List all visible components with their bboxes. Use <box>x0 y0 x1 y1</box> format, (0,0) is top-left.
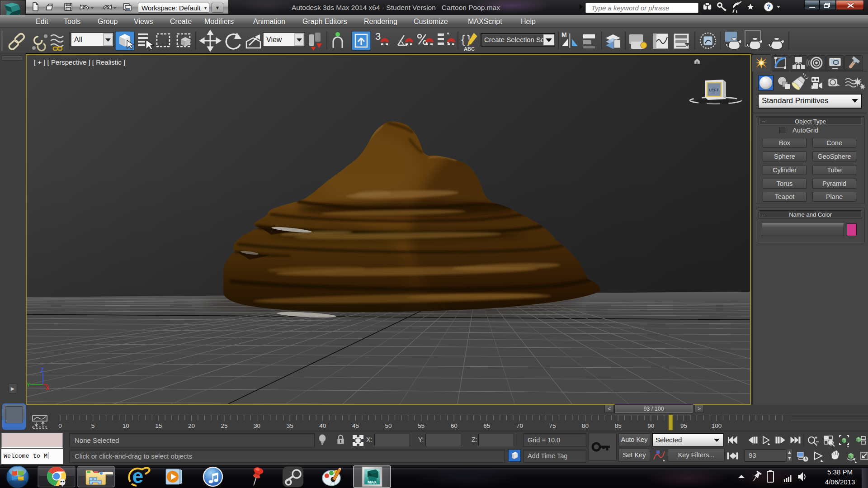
svg-text:100: 100 <box>712 422 722 429</box>
svg-text:35: 35 <box>287 422 293 429</box>
svg-text:70: 70 <box>516 422 523 429</box>
svg-text:90: 90 <box>647 422 654 429</box>
svg-text:55: 55 <box>418 422 425 429</box>
svg-text:50: 50 <box>385 422 392 429</box>
svg-text:15: 15 <box>155 422 162 429</box>
svg-text:40: 40 <box>319 422 326 429</box>
svg-text:MAX: MAX <box>368 480 377 484</box>
svg-text:0: 0 <box>58 422 62 429</box>
svg-text:80: 80 <box>582 422 589 429</box>
svg-text:{: { <box>461 33 465 46</box>
svg-text:Y: Y <box>27 382 30 388</box>
svg-text:60: 60 <box>451 422 458 429</box>
svg-text:95: 95 <box>680 422 687 429</box>
svg-text:M: M <box>561 31 567 38</box>
svg-text:All: All <box>74 36 82 43</box>
svg-text:5: 5 <box>91 422 95 429</box>
svg-text:ABC: ABC <box>464 46 475 52</box>
svg-text:Z: Z <box>41 367 44 373</box>
svg-text:20: 20 <box>188 422 195 429</box>
svg-text:45: 45 <box>352 422 359 429</box>
svg-text:85: 85 <box>615 422 622 429</box>
svg-text:View: View <box>266 36 282 43</box>
svg-text:75: 75 <box>549 422 556 429</box>
svg-text:[ + ] [ Perspective ] [ Realis: [ + ] [ Perspective ] [ Realistic ] <box>34 58 125 66</box>
svg-text:X: X <box>46 385 49 391</box>
svg-text:Create Selection Se: Create Selection Se <box>484 36 544 43</box>
svg-text:LEFT: LEFT <box>709 88 719 92</box>
svg-text:3: 3 <box>375 31 381 42</box>
svg-text:10: 10 <box>123 422 129 429</box>
svg-text:65: 65 <box>483 422 490 429</box>
svg-text:30: 30 <box>254 422 260 429</box>
svg-text:?: ? <box>766 3 770 10</box>
svg-text:25: 25 <box>221 422 227 429</box>
